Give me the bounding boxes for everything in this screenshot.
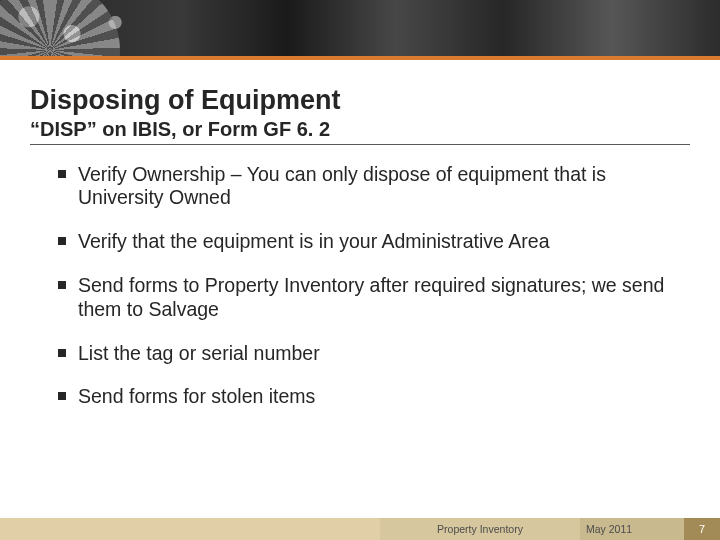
footer-page-number: 7 <box>684 518 720 540</box>
slide-content: Disposing of Equipment “DISP” on IBIS, o… <box>0 60 720 409</box>
footer-source: Property Inventory <box>380 518 580 540</box>
bullet-list: Verify Ownership – You can only dispose … <box>30 163 690 409</box>
list-item: List the tag or serial number <box>58 342 690 366</box>
header-image-band <box>0 0 720 56</box>
footer-date: May 2011 <box>580 518 684 540</box>
list-item: Verify that the equipment is in your Adm… <box>58 230 690 254</box>
slide-subtitle: “DISP” on IBIS, or Form GF 6. 2 <box>30 118 690 145</box>
list-item: Send forms to Property Inventory after r… <box>58 274 690 322</box>
footer-bar: Property Inventory May 2011 7 <box>0 518 720 540</box>
slide-title: Disposing of Equipment <box>30 86 690 116</box>
list-item: Verify Ownership – You can only dispose … <box>58 163 690 211</box>
list-item: Send forms for stolen items <box>58 385 690 409</box>
footer-segment <box>0 518 380 540</box>
gear-icon <box>0 0 120 56</box>
